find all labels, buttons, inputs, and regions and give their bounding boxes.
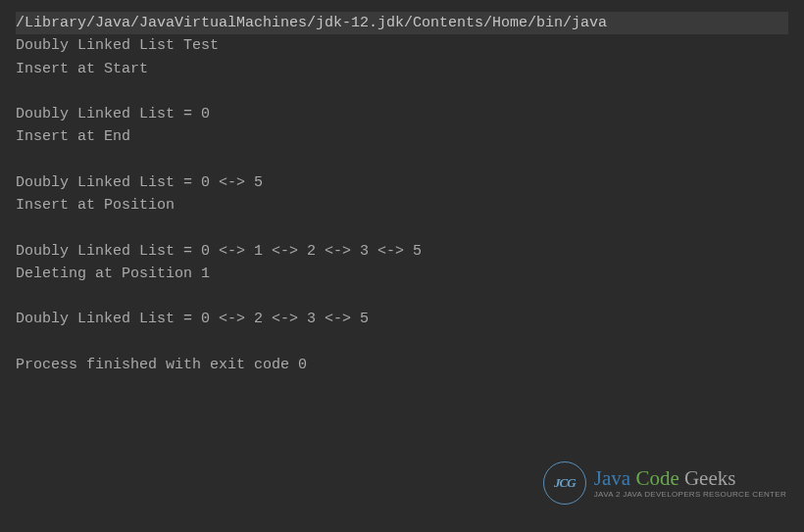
console-line: Doubly Linked List = 0 <-> 1 <-> 2 <-> 3…: [16, 240, 788, 263]
watermark-text: Java Code Geeks Java 2 Java Developers R…: [594, 468, 786, 499]
console-line: [16, 217, 788, 239]
console-line: [16, 285, 788, 308]
console-line: Doubly Linked List = 0 <-> 5: [16, 171, 788, 194]
jcg-badge-icon: JCG: [543, 461, 586, 505]
watermark-logo: JCG Java Code Geeks Java 2 Java Develope…: [543, 461, 786, 505]
console-line: Doubly Linked List = 0: [16, 103, 788, 125]
console-line: Insert at End: [16, 125, 788, 148]
console-output: /Library/Java/JavaVirtualMachines/jdk-12…: [16, 12, 788, 376]
console-line: Doubly Linked List Test: [16, 34, 788, 57]
watermark-title: Java Code Geeks: [594, 468, 786, 489]
jcg-badge-text: JCG: [543, 461, 586, 505]
console-line: Insert at Position: [16, 194, 788, 217]
watermark-geeks: Geeks: [684, 466, 735, 490]
console-line: /Library/Java/JavaVirtualMachines/jdk-12…: [16, 12, 788, 34]
console-line: [16, 331, 788, 354]
console-line: Doubly Linked List = 0 <-> 2 <-> 3 <-> 5: [16, 308, 788, 330]
console-line: Process finished with exit code 0: [16, 354, 788, 376]
watermark-java: Java: [594, 466, 630, 490]
watermark-code: Code: [635, 466, 678, 490]
console-line: [16, 149, 788, 171]
console-line: Insert at Start: [16, 58, 788, 80]
console-line: [16, 80, 788, 103]
console-line: Deleting at Position 1: [16, 263, 788, 285]
watermark-tagline: Java 2 Java Developers Resource Center: [594, 491, 786, 499]
